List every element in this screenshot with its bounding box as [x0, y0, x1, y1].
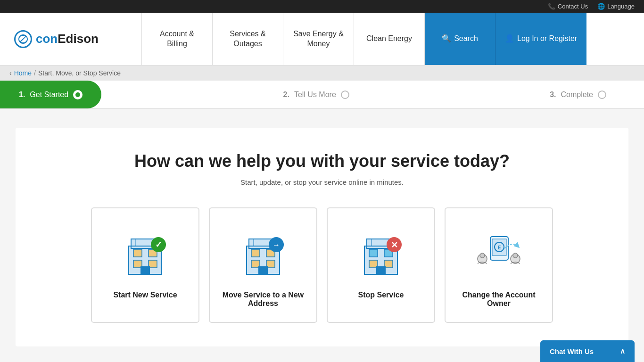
- step-3: 3. Complete: [531, 81, 625, 108]
- main-content: How can we help you with your service to…: [0, 109, 644, 362]
- content-card: How can we help you with your service to…: [16, 128, 628, 346]
- breadcrumb: ‹ Home / Start, Move, or Stop Service: [0, 66, 644, 81]
- step-3-dot: [598, 90, 606, 99]
- step-1-dot: [73, 90, 83, 99]
- nav-services-outages[interactable]: Services &Outages: [212, 13, 283, 65]
- globe-icon: 🌐: [597, 3, 605, 10]
- chevron-up-icon: ∧: [620, 347, 625, 355]
- search-icon: 🔍: [442, 34, 451, 44]
- svg-rect-8: [140, 266, 150, 274]
- logo-icon: [14, 30, 32, 48]
- move-service-card[interactable]: → Move Service to a New Address: [209, 207, 317, 323]
- steps-bar: 1. Get Started 2. Tell Us More 3. Comple…: [0, 81, 644, 109]
- nav-clean-energy[interactable]: Clean Energy: [354, 13, 424, 65]
- breadcrumb-separator: /: [34, 69, 36, 77]
- logo-area: conEdison: [0, 13, 141, 65]
- main-heading: How can we help you with your service to…: [34, 151, 610, 171]
- language-link[interactable]: 🌐 Language: [597, 3, 635, 10]
- change-owner-icon: E: [471, 222, 527, 279]
- user-icon: 👤: [505, 34, 514, 44]
- phone-icon: 📞: [548, 3, 555, 10]
- svg-text:E: E: [498, 245, 501, 250]
- svg-rect-30: [369, 249, 378, 257]
- main-subtitle: Start, update, or stop your service onli…: [34, 178, 610, 186]
- nav-search[interactable]: 🔍 Search: [424, 13, 495, 65]
- header: conEdison Account &Billing Services &Out…: [0, 13, 644, 66]
- stop-service-label: Stop Service: [358, 291, 404, 299]
- start-new-service-card[interactable]: ✓ Start New Service: [91, 207, 199, 323]
- stop-service-icon: ✕: [353, 222, 409, 279]
- svg-text:✕: ✕: [391, 240, 398, 250]
- step-1: 1. Get Started: [0, 81, 101, 108]
- logo-text: conEdison: [36, 32, 99, 46]
- svg-rect-17: [251, 249, 260, 257]
- step-2-dot: [341, 90, 349, 99]
- chat-label: Chat With Us: [550, 347, 594, 355]
- nav-save-energy[interactable]: Save Energy &Money: [283, 13, 354, 65]
- chevron-left-icon: ‹: [9, 69, 12, 77]
- move-service-icon: →: [235, 222, 291, 279]
- steps-middle: 2. Tell Us More: [101, 90, 531, 99]
- contact-us-link[interactable]: 📞 Contact Us: [548, 3, 588, 10]
- svg-text:→: →: [272, 241, 280, 249]
- svg-rect-34: [376, 266, 386, 274]
- nav-login[interactable]: 👤 Log In or Register: [495, 13, 586, 65]
- chat-widget[interactable]: Chat With Us ∧: [540, 340, 635, 362]
- logo[interactable]: conEdison: [14, 30, 99, 48]
- top-bar: 📞 Contact Us 🌐 Language: [0, 0, 644, 13]
- breadcrumb-current: Start, Move, or Stop Service: [38, 69, 121, 77]
- nav-account-billing[interactable]: Account &Billing: [141, 13, 212, 65]
- svg-text:✓: ✓: [155, 240, 162, 249]
- change-owner-card[interactable]: E: [445, 207, 553, 323]
- start-new-service-label: Start New Service: [113, 291, 177, 299]
- breadcrumb-home-link[interactable]: Home: [14, 69, 32, 77]
- step-2: 2. Tell Us More: [264, 90, 368, 99]
- main-nav: Account &Billing Services &Outages Save …: [141, 13, 644, 65]
- start-service-icon: ✓: [117, 222, 173, 279]
- stop-service-card[interactable]: ✕ Stop Service: [327, 207, 435, 323]
- svg-rect-4: [133, 249, 142, 257]
- svg-point-46: [513, 253, 518, 258]
- svg-rect-21: [258, 266, 268, 274]
- change-owner-label: Change the Account Owner: [455, 291, 543, 308]
- move-service-label: Move Service to a New Address: [219, 291, 307, 308]
- svg-point-44: [480, 253, 485, 258]
- service-cards: ✓ Start New Service: [34, 207, 610, 323]
